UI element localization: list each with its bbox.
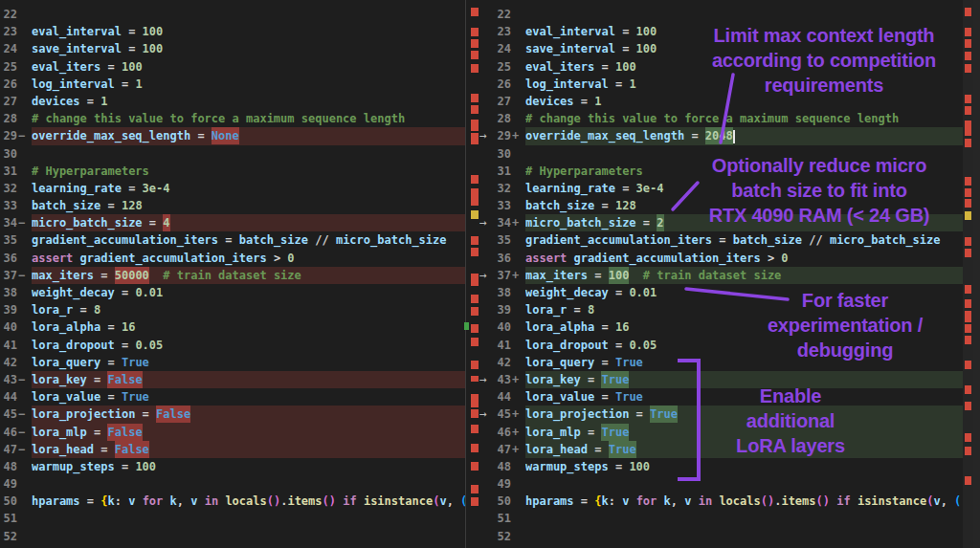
code-text[interactable] [525,528,963,545]
arrow-gutter-spacer [479,197,496,214]
code-text[interactable]: warmup_steps = 100 [32,458,465,475]
overview-ruler-modified-mark [464,322,469,330]
arrow-gutter-spacer [479,441,496,458]
code-text[interactable]: lora_mlp = False [32,424,465,441]
code-text[interactable]: # change this value to force a maximum s… [32,110,465,127]
code-text[interactable]: warmup_steps = 100 [525,458,963,475]
code-text[interactable] [525,510,963,527]
overview-ruler-right[interactable] [963,0,980,548]
code-text[interactable] [32,528,465,545]
code-token: = [100,356,122,369]
code-token: = [122,182,143,195]
code-text[interactable] [32,475,465,493]
code-text[interactable]: eval_interval = 100 [32,23,465,40]
line-number: 42 [0,354,17,371]
code-text[interactable]: max_iters = 100 # train dataset size [525,267,963,284]
code-text[interactable] [32,510,465,527]
code-token: 128 [122,199,143,212]
code-line-44: 44lora_value = True [479,388,963,406]
revert-change-arrow-icon[interactable]: → [479,267,496,284]
code-text[interactable]: override_max_seq_length = None [32,127,465,144]
diff-sign [17,528,32,545]
code-text[interactable]: lora_projection = False [32,406,465,423]
overview-ruler-mark [965,285,971,294]
code-line-28: 28# change this value to force a maximum… [0,110,465,127]
code-line-40: 40lora_alpha = 16 [0,318,465,336]
line-number: 42 [496,354,511,371]
overview-ruler-mark [471,188,479,206]
code-line-48: 48warmup_steps = 100 [479,458,963,475]
code-text[interactable]: override_max_seq_length = 2048 [525,127,963,144]
diff-sign [17,458,32,475]
code-token: () [816,494,830,508]
line-number: 52 [0,528,17,545]
code-text[interactable]: hparams = {k: v for k, v in locals().ite… [32,493,465,510]
code-text[interactable]: lora_query = True [32,354,465,371]
code-text[interactable]: save_interval = 100 [32,40,465,57]
code-text[interactable]: assert gradient_accumulation_iters > 0 [525,250,963,267]
line-number: 26 [496,76,511,93]
code-token: lora_mlp [32,426,87,439]
code-text[interactable]: log_interval = 1 [32,76,465,93]
code-text[interactable]: lora_key = False [32,371,465,388]
code-token: items [287,494,322,508]
diff-sign [511,6,525,23]
line-number: 32 [496,180,511,197]
code-text[interactable]: eval_iters = 100 [32,58,465,76]
diff-sign [511,163,525,180]
code-token: True [601,424,629,441]
code-text[interactable] [32,145,465,163]
code-text[interactable]: lora_dropout = 0.05 [32,337,465,354]
code-text[interactable]: gradient_accumulation_iters = batch_size… [525,231,963,249]
code-text[interactable]: weight_decay = 0.01 [32,284,465,301]
diff-sign: − [17,406,32,423]
diff-sign: − [17,371,32,388]
code-text[interactable]: # Hyperparameters [32,163,465,180]
code-text[interactable]: learning_rate = 3e-4 [32,180,465,197]
code-text[interactable] [525,475,963,493]
code-token: micro_batch_size [336,233,447,247]
annotation-line: RTX 4090 RAM (< 24 GB) [709,203,930,228]
overview-ruler-mark [965,237,971,246]
code-token: eval_interval [32,25,122,38]
line-number: 28 [496,110,511,127]
code-text[interactable] [32,6,465,23]
code-text[interactable]: hparams = {k: v for k, v in locals().ite… [525,493,963,510]
code-text[interactable]: gradient_accumulation_iters = batch_size… [32,231,465,249]
line-number: 44 [0,388,17,406]
code-text[interactable]: micro_batch_size = 4 [32,214,465,231]
revert-change-arrow-icon[interactable]: → [479,127,496,144]
overview-ruler-mark [471,394,479,407]
revert-change-arrow-icon[interactable]: → [479,406,496,423]
code-token: () [323,494,336,508]
code-token: = [615,182,636,195]
diff-pane-original[interactable]: 2223eval_interval = 10024save_interval =… [0,0,466,548]
code-text[interactable]: assert gradient_accumulation_iters > 0 [32,250,465,267]
code-token: locals [719,494,760,508]
revert-change-arrow-icon[interactable]: → [479,214,496,231]
code-token: () [761,494,774,508]
code-token: = [609,460,630,473]
line-number: 45 [0,406,17,423]
code-text[interactable]: lora_head = False [32,441,465,458]
code-token: True [609,441,636,458]
code-token: 100 [629,460,650,473]
line-number: 24 [496,40,511,57]
diff-sign [17,76,32,93]
code-text[interactable]: # change this value to force a maximum s… [525,110,963,127]
code-token: lora_r [32,303,73,317]
code-token: True [601,371,629,388]
code-token: = [588,443,609,456]
code-text[interactable]: devices = 1 [32,93,465,110]
code-text[interactable]: max_iters = 50000 # train dataset size [32,267,465,284]
revert-change-arrow-icon[interactable]: → [479,371,496,388]
code-text[interactable]: lora_alpha = 16 [32,318,465,336]
arrow-gutter-spacer [479,76,496,93]
code-text[interactable]: batch_size = 128 [32,197,465,214]
code-line-38: 38weight_decay = 0.01 [0,284,465,301]
code-text[interactable]: lora_value = True [32,388,465,406]
code-token: = [712,233,733,247]
code-line-44: 44lora_value = True [0,388,465,406]
code-text[interactable] [525,6,963,23]
code-text[interactable]: lora_r = 8 [32,301,465,318]
